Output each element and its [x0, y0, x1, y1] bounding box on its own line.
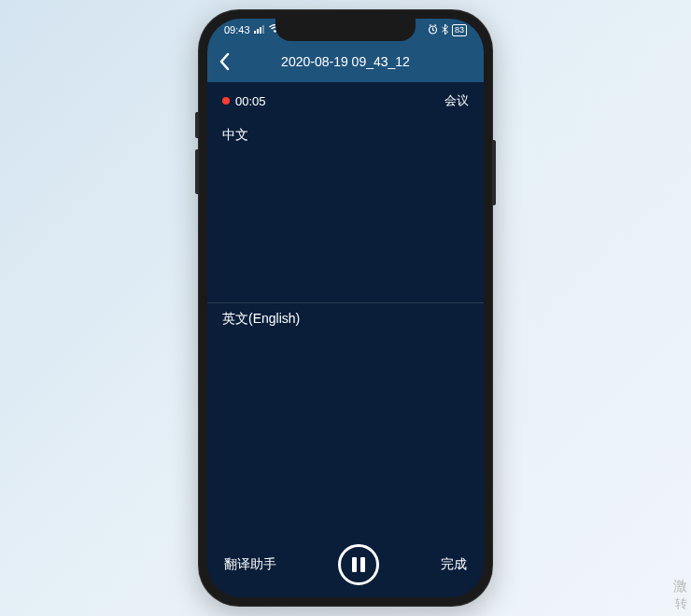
alarm-icon	[428, 24, 438, 36]
bluetooth-icon	[442, 24, 448, 36]
pause-icon	[360, 557, 365, 572]
done-button[interactable]: 完成	[441, 556, 467, 573]
source-pane[interactable]: 中文	[207, 119, 484, 302]
recording-row: 00:05 会议	[207, 82, 484, 119]
svg-rect-0	[254, 31, 256, 34]
nav-bar: 2020-08-19 09_43_12	[207, 41, 484, 82]
watermark-text: 激	[673, 578, 687, 595]
watermark-text-2: 转	[675, 595, 687, 612]
page-title: 2020-08-19 09_43_12	[281, 54, 410, 69]
notch	[275, 19, 416, 41]
target-pane[interactable]: 英文(English)	[207, 303, 484, 541]
svg-rect-2	[260, 27, 261, 34]
pause-icon	[352, 557, 357, 572]
record-indicator-icon	[222, 97, 230, 105]
phone-side-button	[493, 140, 496, 205]
footer-bar: 翻译助手 完成	[207, 541, 484, 597]
signal-icon	[254, 24, 265, 35]
target-lang-label: 英文(English)	[222, 311, 300, 326]
phone-frame: 09:43 83 2020-0	[198, 9, 493, 607]
svg-rect-3	[262, 25, 264, 34]
source-lang-label: 中文	[222, 127, 248, 142]
elapsed-time: 00:05	[235, 94, 266, 108]
status-time: 09:43	[224, 24, 250, 35]
pause-button[interactable]	[338, 544, 379, 585]
translate-assistant-button[interactable]: 翻译助手	[224, 556, 276, 573]
back-button[interactable]	[219, 52, 230, 71]
screen: 09:43 83 2020-0	[207, 19, 484, 597]
svg-rect-1	[257, 29, 259, 34]
mode-selector[interactable]: 会议	[444, 92, 469, 109]
battery-icon: 83	[452, 24, 467, 36]
